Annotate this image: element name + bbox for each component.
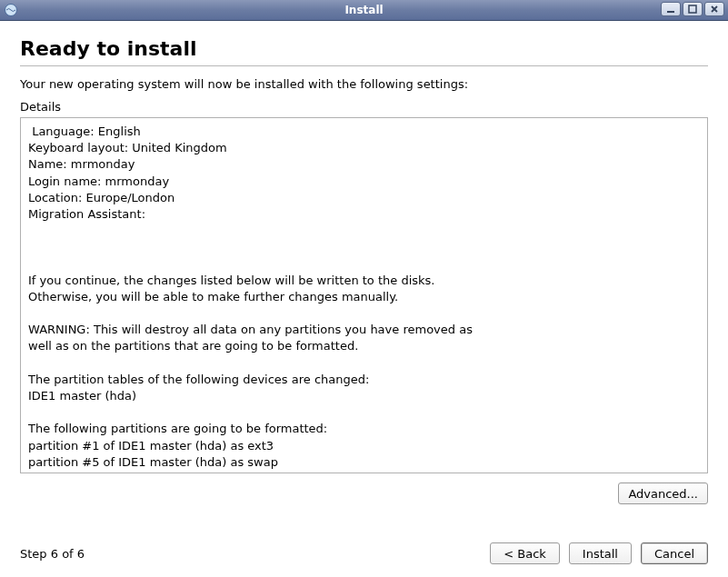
cancel-button[interactable]: Cancel: [641, 542, 708, 564]
app-icon: [4, 3, 18, 17]
footer: Step 6 of 6 < Back Install Cancel: [20, 535, 708, 564]
content-area: Ready to install Your new operating syst…: [0, 21, 728, 577]
window-controls: [661, 2, 724, 16]
maximize-button[interactable]: [683, 2, 703, 16]
page-heading: Ready to install: [20, 37, 708, 60]
advanced-button[interactable]: Advanced...: [618, 482, 708, 504]
footer-buttons: < Back Install Cancel: [490, 542, 708, 564]
svg-rect-2: [689, 5, 696, 13]
details-box[interactable]: Language: English Keyboard layout: Unite…: [20, 117, 708, 473]
svg-rect-1: [667, 11, 674, 13]
install-button[interactable]: Install: [569, 542, 632, 564]
details-label: Details: [20, 100, 708, 114]
advanced-row: Advanced...: [20, 482, 708, 504]
titlebar: Install: [0, 0, 728, 21]
back-button[interactable]: < Back: [490, 542, 560, 564]
step-indicator: Step 6 of 6: [20, 547, 85, 561]
window-title: Install: [0, 4, 728, 16]
heading-divider: [20, 65, 708, 66]
close-button[interactable]: [704, 2, 724, 16]
intro-text: Your new operating system will now be in…: [20, 77, 708, 91]
minimize-button[interactable]: [661, 2, 681, 16]
